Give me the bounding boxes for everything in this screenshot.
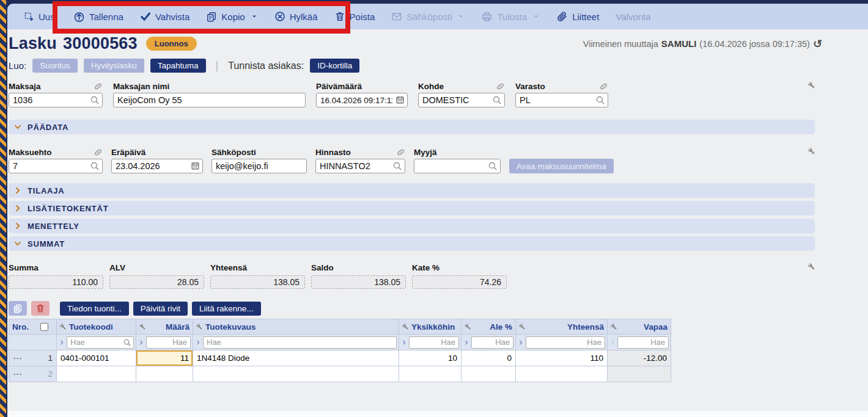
vapaa-filter-input[interactable] (617, 336, 669, 349)
wrench-icon[interactable] (139, 324, 145, 330)
tuotekoodi-cell[interactable] (57, 366, 136, 382)
maara-cell-selected[interactable]: 11 (136, 350, 193, 366)
copy-icon (13, 303, 23, 313)
maara-cell[interactable] (136, 366, 193, 382)
section-paadata[interactable]: PÄÄDATA (9, 120, 815, 134)
yksikkohinta-cell[interactable]: 10 (399, 350, 462, 366)
link-icon[interactable] (396, 148, 405, 157)
tuotekuvaus-cell[interactable]: 1N4148 Diode (193, 350, 399, 366)
chevron-down-icon (13, 239, 22, 248)
wrench-icon[interactable] (402, 324, 408, 330)
ale-filter-input[interactable] (471, 336, 513, 349)
link-icon[interactable] (94, 82, 103, 91)
id-card-button[interactable]: ID-kortilla (310, 59, 359, 73)
wrench-icon[interactable] (196, 324, 202, 330)
col-yhteensa[interactable]: Yhteensä (516, 319, 608, 335)
paivamaara-input[interactable] (316, 93, 408, 107)
link-icon[interactable] (94, 148, 103, 157)
field-kohde: Kohde (418, 81, 505, 107)
select-all-checkbox[interactable] (40, 323, 48, 331)
col-tuotekoodi[interactable]: Tuotekoodi (57, 319, 136, 335)
hinnasto-input[interactable] (315, 159, 405, 173)
tuotekoodi-cell[interactable]: 0401-000101 (57, 350, 136, 366)
col-maara[interactable]: Määrä (136, 319, 193, 335)
yhteensa-filter-input[interactable] (526, 336, 605, 349)
sahkoposti-input[interactable] (211, 159, 307, 173)
wrench-icon[interactable] (808, 82, 815, 89)
search-icon[interactable] (492, 95, 502, 105)
expand-chevron-icon[interactable] (463, 339, 469, 346)
open-payment-plan-button[interactable]: Avaa maksusuunnitelma (509, 159, 614, 173)
row-menu-icon[interactable]: ⋯ (13, 369, 23, 379)
hyvityslasku-button[interactable]: Hyvityslasku (84, 59, 144, 73)
data-import-button[interactable]: Tiedon tuonti... (60, 302, 129, 316)
reject-button[interactable]: Hylkää (274, 11, 318, 22)
tapahtuma-button[interactable]: Tapahtuma (150, 59, 206, 73)
section-menettely[interactable]: MENETTELY (9, 219, 815, 233)
copy-button[interactable]: Kopio (206, 11, 257, 22)
chevron-down-icon[interactable] (532, 13, 540, 20)
yhteensa-cell[interactable] (516, 366, 608, 382)
expand-chevron-icon[interactable] (401, 339, 407, 346)
search-icon[interactable] (123, 338, 131, 347)
calendar-icon[interactable] (395, 95, 405, 104)
history-icon[interactable]: ↺ (813, 37, 822, 51)
tuotekuvaus-cell[interactable] (193, 366, 399, 382)
wrench-icon[interactable] (808, 263, 815, 270)
maara-filter-input[interactable] (146, 336, 191, 349)
varasto-input[interactable] (515, 93, 608, 107)
wrench-icon[interactable] (519, 324, 525, 330)
search-icon[interactable] (595, 95, 605, 105)
col-tuotekuvaus[interactable]: Tuotekuvaus (193, 319, 399, 335)
new-button[interactable]: Uusi (24, 12, 57, 22)
erapaiva-input[interactable] (111, 159, 203, 173)
print-button[interactable]: Tulosta (481, 11, 540, 23)
attach-structure-button[interactable]: Liitä rakenne... (192, 302, 261, 316)
section-summat[interactable]: SUMMAT (9, 236, 815, 251)
section-tilaaja[interactable]: TILAAJA (9, 183, 815, 198)
link-icon[interactable] (599, 82, 608, 91)
col-vapaa[interactable]: Vapaa (608, 319, 671, 335)
col-ale[interactable]: Ale % (462, 319, 516, 335)
monitoring-button[interactable]: Valvonta (616, 12, 650, 22)
search-icon[interactable] (90, 161, 100, 171)
yhteensa-cell[interactable]: 110 (516, 350, 608, 366)
maksajan-nimi-input[interactable] (113, 93, 306, 107)
suoritus-button[interactable]: Suoritus (32, 59, 78, 73)
link-icon[interactable] (496, 82, 505, 91)
save-button[interactable]: Tallenna (73, 11, 123, 23)
ale-cell[interactable]: 0 (462, 350, 516, 366)
yksikkohinta-filter-input[interactable] (409, 336, 459, 349)
confirm-button[interactable]: Vahvista (140, 11, 189, 22)
attachments-button[interactable]: Liitteet (556, 11, 599, 23)
expand-chevron-icon[interactable] (59, 339, 65, 346)
row-menu-icon[interactable]: ⋯ (13, 354, 23, 363)
expand-chevron-icon[interactable] (609, 339, 616, 346)
update-rows-button[interactable]: Päivitä rivit (133, 302, 188, 316)
search-icon[interactable] (90, 95, 100, 105)
search-icon[interactable] (488, 161, 498, 171)
delete-button[interactable]: Poista (334, 11, 375, 22)
wrench-icon[interactable] (611, 324, 617, 330)
section-lisatietokentat[interactable]: LISÄTIETOKENTÄT (9, 201, 815, 216)
status-badge: Luonnos (146, 37, 197, 51)
expand-chevron-icon[interactable] (138, 339, 144, 346)
col-yksikkohinta[interactable]: Yksikköhin (399, 319, 462, 335)
wrench-icon[interactable] (465, 324, 471, 330)
ale-cell[interactable] (462, 366, 516, 382)
expand-chevron-icon[interactable] (195, 339, 201, 346)
maksaja-input[interactable] (9, 93, 103, 107)
search-icon[interactable] (392, 161, 402, 171)
calendar-icon[interactable] (191, 161, 200, 170)
tuotekuvaus-filter-input[interactable] (203, 336, 397, 349)
chevron-down-icon[interactable] (251, 13, 258, 20)
wrench-icon[interactable] (808, 148, 815, 154)
yksikkohinta-cell[interactable] (399, 366, 462, 382)
copy-rows-button[interactable] (9, 301, 27, 316)
delete-rows-button[interactable] (31, 301, 50, 316)
expand-chevron-icon[interactable] (518, 339, 524, 346)
maksuehto-input[interactable] (9, 159, 103, 173)
chevron-down-icon[interactable] (457, 13, 465, 20)
wrench-icon[interactable] (60, 324, 66, 330)
email-button[interactable]: Sähköposti (391, 11, 465, 22)
